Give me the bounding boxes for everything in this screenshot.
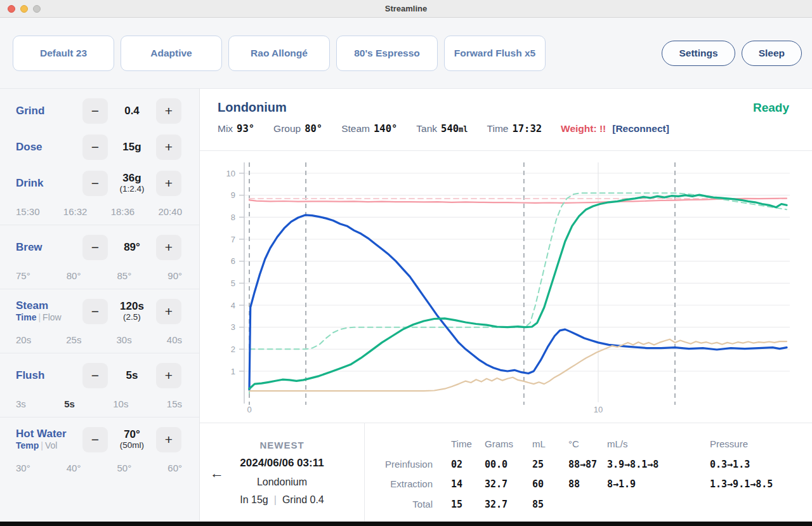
hot-water-value: 70° <box>108 428 156 440</box>
row-label-total: Total <box>365 497 451 518</box>
hot-water-mode-temp[interactable]: Temp <box>16 440 39 450</box>
close-button[interactable] <box>8 5 15 13</box>
scale-reconnect-link[interactable]: [Reconnect] <box>612 123 669 135</box>
parameters-sidebar: Grind − 0.4 + Dose − 15g + Drink − <box>0 89 200 521</box>
preinfusion-flow: 3.9→8.1→8 <box>607 457 710 478</box>
extraction-grams: 32.7 <box>485 477 532 497</box>
brew-label: Brew <box>16 241 82 254</box>
row-label-extraction: Extraction <box>365 477 451 497</box>
flush-preset-option-selected[interactable]: 5s <box>64 398 75 409</box>
total-flow <box>607 497 710 518</box>
hot-water-preset-option[interactable]: 50° <box>117 463 132 473</box>
col-header-ml: mL <box>532 437 568 457</box>
ratio-preset-option[interactable]: 18:36 <box>111 206 135 217</box>
main-panel: Londonium Ready Mix93° Group80° Steam140… <box>200 89 812 521</box>
brew-minus-button[interactable]: − <box>82 235 108 260</box>
flush-value: 5s <box>108 369 156 381</box>
hot-water-preset-option[interactable]: 60° <box>167 463 182 473</box>
steam-presets: 20s 25s 30s 40s <box>0 334 199 345</box>
brew-plus-button[interactable]: + <box>156 235 181 260</box>
flush-minus-button[interactable]: − <box>82 363 108 388</box>
steam-flow-value: (2.5) <box>108 312 156 322</box>
drink-row: Drink − 36g (1:2.4) + <box>0 165 199 201</box>
col-header-mls: mL/s <box>607 437 710 457</box>
sleep-button[interactable]: Sleep <box>742 41 802 66</box>
hot-water-preset-option[interactable]: 40° <box>67 463 81 473</box>
steam-plus-button[interactable]: + <box>156 299 181 324</box>
shot-grind: Grind 0.4 <box>282 494 324 505</box>
steam-preset-option[interactable]: 25s <box>66 334 81 345</box>
col-header-grams: Grams <box>485 437 532 457</box>
ratio-presets: 15:30 16:32 18:36 20:40 <box>0 206 199 217</box>
brew-preset-option[interactable]: 80° <box>67 270 81 281</box>
flush-preset-option[interactable]: 10s <box>113 398 128 409</box>
titlebar: Streamline <box>0 0 812 18</box>
grind-row: Grind − 0.4 + <box>0 93 199 129</box>
ratio-preset-option[interactable]: 20:40 <box>158 206 182 217</box>
svg-text:7: 7 <box>231 235 235 244</box>
shot-datetime: 2024/06/06 03:11 <box>200 457 364 470</box>
brew-value: 89° <box>108 241 156 253</box>
shot-results-table: Time Grams mL °C mL/s Pressure Preinfusi… <box>365 423 812 522</box>
steam-preset-option[interactable]: 30s <box>117 334 132 345</box>
weight-flow-line <box>249 339 787 391</box>
flush-row: Flush − 5s + <box>0 357 199 393</box>
drink-plus-button[interactable]: + <box>156 171 181 196</box>
svg-text:9: 9 <box>231 190 235 200</box>
steam-mode-time[interactable]: Time <box>16 312 36 322</box>
flush-plus-button[interactable]: + <box>156 363 181 388</box>
steam-preset-option[interactable]: 40s <box>167 334 182 345</box>
profile-button-80s-espresso[interactable]: 80's Espresso <box>336 36 438 71</box>
steam-preset-option[interactable]: 20s <box>16 334 31 345</box>
svg-text:10: 10 <box>226 169 235 178</box>
settings-button[interactable]: Settings <box>662 41 735 66</box>
preinfusion-pressure: 0.3→1.3 <box>710 457 812 478</box>
shot-chart-canvas: 12345678910010 <box>200 151 812 423</box>
profile-button-rao-allonge[interactable]: Rao Allongé <box>228 36 330 71</box>
drink-ratio: (1:2.4) <box>108 184 156 194</box>
hot-water-minus-button[interactable]: − <box>82 427 108 452</box>
steam-minus-button[interactable]: − <box>82 299 108 324</box>
zoom-button[interactable] <box>33 5 41 13</box>
steam-label: Steam <box>16 299 82 312</box>
hot-water-mode-vol[interactable]: Vol <box>45 440 57 450</box>
previous-shot-arrow-icon[interactable]: ← <box>210 466 224 480</box>
svg-text:0: 0 <box>247 405 251 414</box>
hot-water-plus-button[interactable]: + <box>156 427 181 452</box>
total-ml: 85 <box>532 497 568 518</box>
stat-group: Group80° <box>273 123 322 135</box>
section-flush: Flush − 5s + 3s 5s 10s 15s <box>0 353 199 418</box>
profile-button-default-23[interactable]: Default 23 <box>13 36 114 71</box>
drink-value: 36g <box>108 172 156 184</box>
mode-divider: | <box>36 312 43 322</box>
dose-row: Dose − 15g + <box>0 129 199 165</box>
flush-preset-option[interactable]: 3s <box>16 398 26 409</box>
stat-tank: Tank540ml <box>416 123 468 135</box>
active-profile-title: Londonium <box>218 100 753 115</box>
ratio-preset-option[interactable]: 16:32 <box>63 206 88 217</box>
flush-preset-option[interactable]: 15s <box>167 398 182 409</box>
flush-label: Flush <box>16 369 82 382</box>
minimize-button[interactable] <box>20 5 28 13</box>
drink-minus-button[interactable]: − <box>82 171 108 196</box>
brew-preset-option[interactable]: 85° <box>117 270 132 281</box>
section-steam: Steam Time|Flow − 120s (2.5) + 20s 25s <box>0 289 199 353</box>
shot-parameters: In 15g|Grind 0.4 <box>200 494 364 506</box>
dose-minus-button[interactable]: − <box>82 135 108 160</box>
svg-text:2: 2 <box>231 345 235 354</box>
grind-minus-button[interactable]: − <box>82 98 108 124</box>
profile-button-adaptive[interactable]: Adaptive <box>121 36 222 71</box>
hot-water-preset-option[interactable]: 30° <box>16 463 30 473</box>
steam-mode-flow[interactable]: Flow <box>43 312 62 322</box>
total-pressure <box>710 497 812 518</box>
grind-plus-button[interactable]: + <box>156 98 181 124</box>
brew-preset-option[interactable]: 90° <box>167 270 182 281</box>
window-title: Streamline <box>385 4 427 13</box>
profile-button-forward-flush[interactable]: Forward Flush x5 <box>444 36 546 71</box>
svg-text:4: 4 <box>231 301 235 310</box>
ratio-preset-option[interactable]: 15:30 <box>16 206 40 217</box>
col-header-pressure: Pressure <box>710 437 812 457</box>
brew-preset-option[interactable]: 75° <box>16 270 30 281</box>
dose-plus-button[interactable]: + <box>156 135 181 160</box>
section-grind-dose-drink: Grind − 0.4 + Dose − 15g + Drink − <box>0 89 199 225</box>
